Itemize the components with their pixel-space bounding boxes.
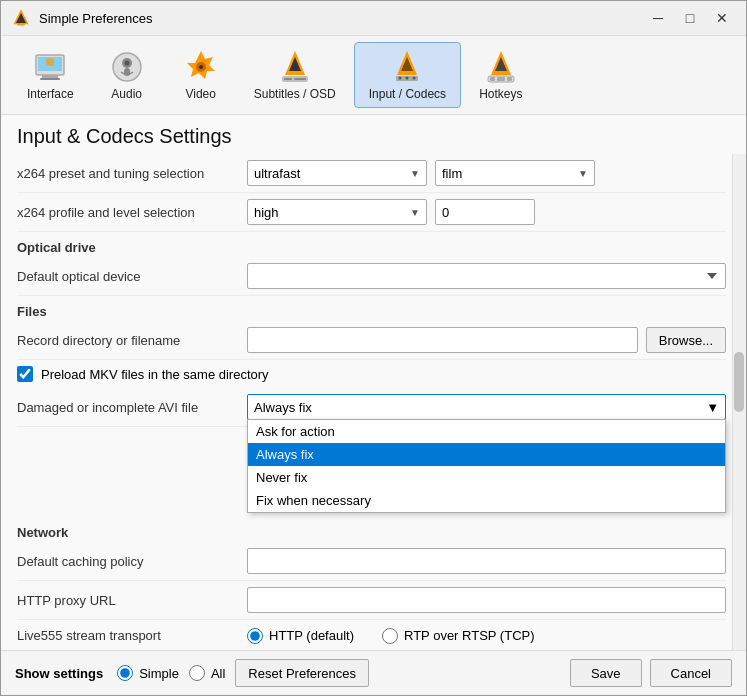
svg-point-7 [46,58,54,66]
tab-subtitles[interactable]: Subtitles / OSD [240,43,350,107]
x264-preset-arrow: ▼ [410,168,420,179]
damaged-avi-option-1[interactable]: Ask for action [248,420,725,443]
footer-right: Save Cancel [570,659,732,687]
footer-left: Show settings Simple All Reset Preferenc… [15,659,560,687]
window-title: Simple Preferences [39,11,636,26]
x264-preset-select[interactable]: ultrafast ▼ [247,160,427,186]
optical-device-select[interactable] [247,263,726,289]
toolbar: Interface Audio Video [1,36,746,115]
show-simple-option[interactable]: Simple [117,665,179,681]
browse-button[interactable]: Browse... [646,327,726,353]
scrollbar-track [732,154,746,650]
svg-rect-31 [507,77,512,81]
preload-mkv-checkbox[interactable] [17,366,33,382]
tab-input-codecs-label: Input / Codecs [369,87,446,101]
damaged-avi-label: Damaged or incomplete AVI file [17,400,247,415]
damaged-avi-control: Always fix ▼ Ask for action Always fix N… [247,394,726,420]
x264-profile-label: x264 profile and level selection [17,205,247,220]
page-title: Input & Codecs Settings [1,115,746,154]
tab-subtitles-label: Subtitles / OSD [254,87,336,101]
http-proxy-label: HTTP proxy URL [17,593,247,608]
caching-policy-input[interactable] [247,548,726,574]
files-section-header: Files [17,296,726,321]
live555-http-label: HTTP (default) [269,628,354,643]
live555-control: HTTP (default) RTP over RTSP (TCP) [247,628,726,644]
minimize-button[interactable]: ─ [644,7,672,29]
live555-rtp-option[interactable]: RTP over RTSP (TCP) [382,628,535,644]
network-section-header: Network [17,517,726,542]
tab-audio[interactable]: Audio [92,43,162,107]
reset-preferences-button[interactable]: Reset Preferences [235,659,369,687]
footer-bar: Show settings Simple All Reset Preferenc… [1,650,746,695]
live555-row: Live555 stream transport HTTP (default) … [17,620,726,650]
x264-profile-select[interactable]: high ▼ [247,199,427,225]
svg-rect-2 [17,23,25,26]
subtitles-icon [277,49,313,85]
hotkeys-icon [483,49,519,85]
optical-section-header: Optical drive [17,232,726,257]
damaged-avi-selected[interactable]: Always fix ▼ [247,394,726,420]
record-dir-label: Record directory or filename [17,333,247,348]
svg-rect-6 [40,78,60,80]
svg-point-10 [124,61,129,66]
optical-device-row: Default optical device [17,257,726,296]
x264-preset-control: ultrafast ▼ film ▼ [247,160,726,186]
title-bar: Simple Preferences ─ □ ✕ [1,1,746,36]
tab-hotkeys-label: Hotkeys [479,87,522,101]
optical-device-label: Default optical device [17,269,247,284]
tab-video[interactable]: Video [166,43,236,107]
svg-rect-18 [284,78,292,80]
settings-scroll-area[interactable]: x264 preset and tuning selection ultrafa… [1,154,746,650]
preload-mkv-label: Preload MKV files in the same directory [41,367,269,382]
x264-tuning-select[interactable]: film ▼ [435,160,595,186]
svg-rect-19 [294,78,306,80]
record-dir-input[interactable] [247,327,638,353]
caching-policy-row: Default caching policy [17,542,726,581]
live555-http-radio[interactable] [247,628,263,644]
x264-preset-label: x264 preset and tuning selection [17,166,247,181]
close-button[interactable]: ✕ [708,7,736,29]
tab-input-codecs[interactable]: Input / Codecs [354,42,461,108]
http-proxy-input[interactable] [247,587,726,613]
x264-tuning-arrow: ▼ [578,168,588,179]
show-all-label: All [211,666,225,681]
x264-profile-row: x264 profile and level selection high ▼ [17,193,726,232]
tab-interface-label: Interface [27,87,74,101]
show-all-option[interactable]: All [189,665,225,681]
caching-policy-label: Default caching policy [17,554,247,569]
optical-device-control [247,263,726,289]
damaged-avi-row: Damaged or incomplete AVI file Always fi… [17,388,726,427]
caching-policy-control [247,548,726,574]
record-dir-control: Browse... [247,327,726,353]
video-icon [183,49,219,85]
scrollbar-thumb[interactable] [734,352,744,412]
svg-point-23 [399,77,402,80]
svg-point-14 [199,65,203,69]
live555-rtp-radio[interactable] [382,628,398,644]
audio-icon [109,49,145,85]
x264-level-input[interactable] [435,199,535,225]
show-simple-label: Simple [139,666,179,681]
damaged-avi-option-3[interactable]: Never fix [248,466,725,489]
svg-rect-5 [42,75,58,78]
http-proxy-control [247,587,726,613]
maximize-button[interactable]: □ [676,7,704,29]
preload-mkv-row: Preload MKV files in the same directory [17,360,726,388]
damaged-avi-list: Ask for action Always fix Never fix Fix … [247,419,726,513]
damaged-avi-option-2[interactable]: Always fix [248,443,725,466]
cancel-button[interactable]: Cancel [650,659,732,687]
tab-interface[interactable]: Interface [13,43,88,107]
interface-icon [32,49,68,85]
tab-hotkeys[interactable]: Hotkeys [465,43,536,107]
show-all-radio[interactable] [189,665,205,681]
x264-profile-arrow: ▼ [410,207,420,218]
damaged-avi-dropdown[interactable]: Always fix ▼ Ask for action Always fix N… [247,394,726,420]
damaged-avi-option-4[interactable]: Fix when necessary [248,489,725,512]
tab-audio-label: Audio [111,87,142,101]
live555-http-option[interactable]: HTTP (default) [247,628,354,644]
record-dir-row: Record directory or filename Browse... [17,321,726,360]
save-button[interactable]: Save [570,659,642,687]
show-simple-radio[interactable] [117,665,133,681]
show-settings-label: Show settings [15,666,103,681]
vlc-icon [11,8,31,28]
